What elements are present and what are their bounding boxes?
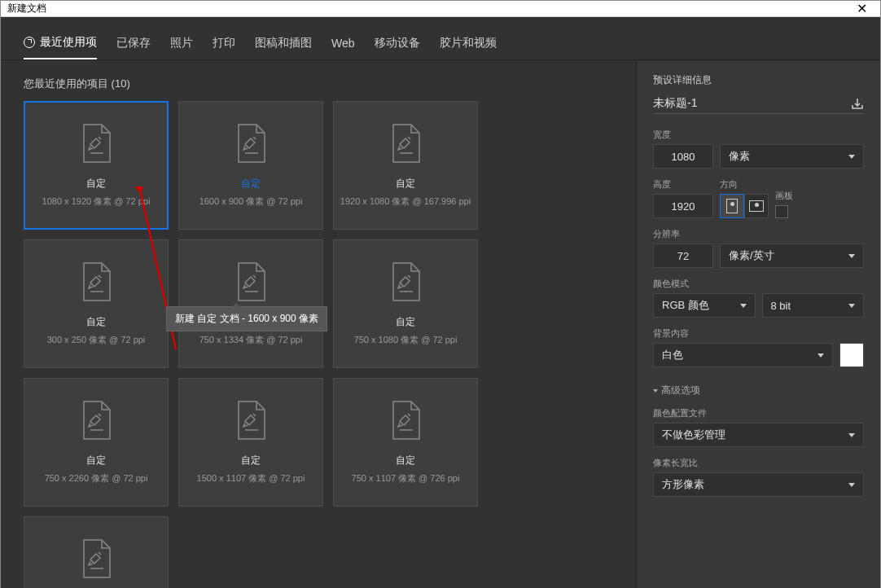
details-panel: 预设详细信息 宽度 像素 高度 方向 [636, 60, 880, 588]
preset-desc: 1600 x 900 像素 @ 72 ppi [195, 195, 308, 207]
chevron-down-icon [848, 304, 855, 308]
resolution-label: 分辨率 [653, 228, 864, 240]
preset-card[interactable]: 自定750 x 1334 像素 @ 72 ppi [178, 239, 323, 368]
chevron-down-icon [848, 254, 855, 258]
chevron-down-icon [740, 304, 747, 308]
width-input[interactable] [653, 144, 713, 169]
titlebar: 新建文档 ✕ [1, 1, 880, 17]
aspect-label: 像素长宽比 [653, 457, 864, 469]
chevron-down-icon [848, 155, 855, 159]
preset-card[interactable]: 默认 Photoshop 大小16 x 12 厘米 @ 300 ppi [24, 516, 169, 588]
resolution-input[interactable] [653, 244, 713, 268]
details-title: 预设详细信息 [653, 73, 864, 87]
preset-desc: 750 x 1080 像素 @ 72 ppi [349, 334, 462, 345]
tab-saved[interactable]: 已保存 [116, 28, 151, 59]
resolution-unit-dropdown[interactable]: 像素/英寸 [720, 244, 864, 268]
preset-name: 自定 [396, 315, 415, 329]
preset-desc: 1080 x 1920 像素 @ 72 ppi [37, 195, 156, 207]
preset-desc: 750 x 2260 像素 @ 72 ppi [40, 472, 153, 484]
chevron-down-icon [653, 389, 658, 393]
color-mode-dropdown[interactable]: RGB 颜色 [653, 293, 756, 318]
chevron-down-icon [848, 483, 855, 487]
preset-desc: 300 x 250 像素 @ 72 ppi [42, 334, 151, 345]
profile-label: 颜色配置文件 [653, 407, 864, 419]
preset-name: 自定 [396, 177, 415, 191]
preset-name: 自定 [86, 177, 106, 191]
preset-name: 自定 [241, 177, 261, 191]
preset-card[interactable]: 自定300 x 250 像素 @ 72 ppi [24, 239, 169, 368]
chevron-down-icon [848, 433, 855, 437]
artboard-checkbox[interactable] [775, 205, 788, 218]
preset-card[interactable]: 自定750 x 1080 像素 @ 72 ppi [333, 239, 478, 368]
tab-print[interactable]: 打印 [213, 28, 235, 59]
preset-card[interactable]: 自定1080 x 1920 像素 @ 72 ppi [24, 101, 169, 230]
advanced-toggle[interactable]: 高级选项 [653, 384, 864, 397]
preset-card[interactable]: 自定750 x 2260 像素 @ 72 ppi [24, 378, 169, 507]
preset-desc: 750 x 1107 像素 @ 726 ppi [347, 472, 465, 484]
artboard-label: 画板 [775, 190, 793, 202]
save-preset-icon[interactable] [851, 97, 864, 110]
preset-name: 自定 [241, 454, 261, 467]
tab-recent[interactable]: 最近使用项 [24, 27, 97, 59]
preset-card[interactable]: 自定1500 x 1107 像素 @ 72 ppi [178, 378, 323, 507]
clock-icon [24, 37, 35, 48]
orientation-portrait[interactable] [720, 194, 744, 218]
bg-color-swatch[interactable] [839, 343, 864, 367]
width-label: 宽度 [653, 129, 864, 141]
bit-depth-dropdown[interactable]: 8 bit [762, 293, 865, 318]
tooltip: 新建 自定 文档 - 1600 x 900 像素 [166, 306, 327, 331]
section-title: 您最近使用的项目 (10) [24, 77, 613, 91]
dialog-title: 新建文档 [7, 2, 46, 15]
orientation-label: 方向 [720, 178, 769, 191]
tab-film[interactable]: 胶片和视频 [440, 28, 497, 59]
tab-photo[interactable]: 照片 [170, 28, 193, 59]
preset-desc: 1920 x 1080 像素 @ 167.996 ppi [335, 195, 476, 207]
height-label: 高度 [653, 178, 713, 191]
bg-label: 背景内容 [653, 327, 864, 340]
close-icon[interactable]: ✕ [850, 1, 874, 16]
color-mode-label: 颜色模式 [653, 278, 864, 290]
preset-card[interactable]: 自定1600 x 900 像素 @ 72 ppi [178, 101, 323, 230]
chevron-down-icon [817, 353, 824, 358]
preset-desc: 1500 x 1107 像素 @ 72 ppi [192, 472, 310, 484]
preset-panel: 您最近使用的项目 (10) 自定1080 x 1920 像素 @ 72 ppi自… [1, 60, 636, 588]
doc-name-input[interactable] [653, 97, 844, 110]
tabbar: 最近使用项 已保存 照片 打印 图稿和插图 Web 移动设备 胶片和视频 [1, 17, 880, 60]
preset-card[interactable]: 自定750 x 1107 像素 @ 726 ppi [333, 378, 478, 507]
tab-mobile[interactable]: 移动设备 [375, 28, 420, 59]
preset-card[interactable]: 自定1920 x 1080 像素 @ 167.996 ppi [333, 101, 478, 230]
tab-web[interactable]: Web [331, 29, 355, 58]
aspect-dropdown[interactable]: 方形像素 [653, 472, 864, 497]
preset-desc: 750 x 1334 像素 @ 72 ppi [195, 334, 308, 345]
profile-dropdown[interactable]: 不做色彩管理 [653, 423, 864, 447]
preset-name: 自定 [396, 454, 415, 467]
width-unit-dropdown[interactable]: 像素 [720, 144, 864, 169]
orientation-landscape[interactable] [744, 194, 769, 218]
preset-name: 自定 [86, 315, 106, 329]
tab-art[interactable]: 图稿和插图 [255, 28, 312, 59]
bg-dropdown[interactable]: 白色 [653, 343, 833, 367]
preset-name: 自定 [86, 454, 106, 467]
height-input[interactable] [653, 194, 713, 218]
